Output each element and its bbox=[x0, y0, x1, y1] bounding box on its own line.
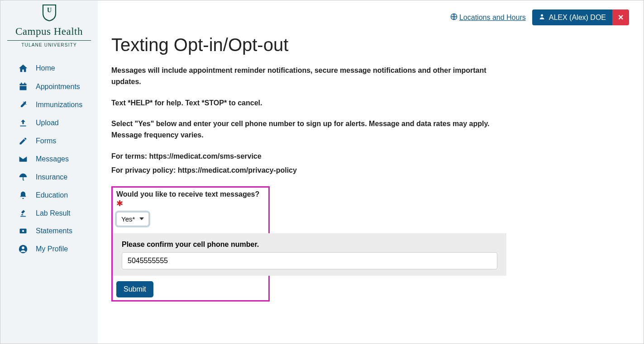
pencil-icon bbox=[18, 137, 29, 146]
topbar: Locations and Hours ALEX (Alex) DOE ✕ bbox=[450, 9, 629, 25]
chevron-down-icon bbox=[139, 217, 144, 220]
sidebar-item-lab-result[interactable]: Lab Result bbox=[0, 204, 98, 222]
terms-line: For terms: https://medicat.com/sms-servi… bbox=[111, 151, 491, 162]
bell-icon bbox=[18, 191, 29, 200]
microscope-icon bbox=[18, 209, 29, 218]
sidebar-item-label: Immunizations bbox=[36, 101, 82, 109]
sidebar-item-insurance[interactable]: Insurance bbox=[0, 168, 98, 186]
sidebar-item-statements[interactable]: Statements bbox=[0, 222, 98, 240]
person-icon bbox=[539, 13, 545, 22]
svg-rect-2 bbox=[24, 83, 26, 85]
user-name-label: ALEX (Alex) DOE bbox=[549, 14, 606, 22]
user-icon bbox=[18, 244, 29, 254]
globe-icon bbox=[450, 13, 458, 22]
sidebar-item-home[interactable]: Home bbox=[0, 59, 98, 78]
sidebar-item-label: Lab Result bbox=[36, 209, 71, 217]
sidebar-item-label: Insurance bbox=[36, 173, 67, 181]
svg-text:U: U bbox=[47, 7, 51, 14]
locations-hours-link[interactable]: Locations and Hours bbox=[450, 13, 526, 22]
close-button[interactable]: ✕ bbox=[612, 9, 629, 25]
sidebar: U Campus Health TULANE UNIVERSITY Home A… bbox=[0, 0, 98, 344]
syringe-icon bbox=[18, 100, 29, 109]
main-content: Locations and Hours ALEX (Alex) DOE ✕ Te… bbox=[98, 0, 644, 344]
phone-confirm-section: Please confirm your cell phone number. bbox=[113, 233, 506, 276]
locations-hours-label: Locations and Hours bbox=[459, 14, 526, 22]
user-account-button[interactable]: ALEX (Alex) DOE bbox=[532, 9, 612, 25]
home-icon bbox=[18, 63, 29, 73]
required-indicator: ✱ bbox=[116, 199, 123, 208]
sidebar-item-label: My Profile bbox=[36, 245, 68, 253]
sidebar-item-label: Upload bbox=[36, 119, 59, 127]
upload-icon bbox=[18, 118, 29, 127]
sidebar-item-immunizations[interactable]: Immunizations bbox=[0, 96, 98, 114]
phone-input[interactable] bbox=[122, 252, 497, 269]
sidebar-item-my-profile[interactable]: My Profile bbox=[0, 240, 98, 259]
intro-para-2: Text *HELP* for help. Text *STOP* to can… bbox=[111, 98, 491, 109]
optin-select[interactable]: Yes* bbox=[116, 212, 149, 226]
intro-para-3: Select "Yes" below and enter your cell p… bbox=[111, 118, 491, 141]
svg-point-4 bbox=[22, 230, 24, 232]
phone-confirm-label: Please confirm your cell phone number. bbox=[122, 240, 497, 249]
sidebar-item-education[interactable]: Education bbox=[0, 186, 98, 204]
money-icon bbox=[18, 227, 29, 235]
envelope-icon bbox=[18, 155, 29, 164]
sidebar-item-messages[interactable]: Messages bbox=[0, 150, 98, 168]
form-highlight-box: Would you like to receive text messages?… bbox=[111, 186, 270, 302]
sidebar-item-label: Statements bbox=[36, 227, 72, 235]
sidebar-item-label: Home bbox=[36, 64, 55, 72]
brand-logo-area: U Campus Health TULANE UNIVERSITY bbox=[0, 4, 98, 52]
svg-point-6 bbox=[22, 246, 24, 249]
close-icon: ✕ bbox=[618, 13, 624, 22]
svg-point-8 bbox=[541, 14, 543, 17]
intro-text: Messages will include appointment remind… bbox=[111, 65, 491, 176]
brand-title: Campus Health bbox=[7, 26, 91, 38]
calendar-icon bbox=[18, 82, 29, 91]
privacy-line: For privacy policy: https://medicat.com/… bbox=[111, 165, 491, 176]
intro-para-1: Messages will include appointment remind… bbox=[111, 65, 491, 88]
optin-question-label: Would you like to receive text messages? bbox=[116, 190, 259, 198]
optin-select-value: Yes* bbox=[121, 215, 135, 223]
sidebar-item-upload[interactable]: Upload bbox=[0, 114, 98, 132]
sidebar-item-label: Education bbox=[36, 191, 68, 199]
brand-subtitle: TULANE UNIVERSITY bbox=[7, 40, 91, 47]
sidebar-item-label: Messages bbox=[36, 155, 69, 163]
page-title: Texting Opt-in/Opt-out bbox=[111, 35, 634, 55]
umbrella-icon bbox=[18, 173, 29, 182]
sidebar-item-appointments[interactable]: Appointments bbox=[0, 78, 98, 96]
sidebar-item-label: Forms bbox=[36, 137, 56, 145]
svg-rect-1 bbox=[21, 83, 22, 85]
sidebar-nav: Home Appointments Immunizations Upload F… bbox=[0, 59, 98, 259]
shield-logo-icon: U bbox=[42, 4, 57, 21]
submit-button[interactable]: Submit bbox=[116, 281, 153, 297]
sidebar-item-forms[interactable]: Forms bbox=[0, 132, 98, 150]
sidebar-item-label: Appointments bbox=[36, 83, 80, 91]
